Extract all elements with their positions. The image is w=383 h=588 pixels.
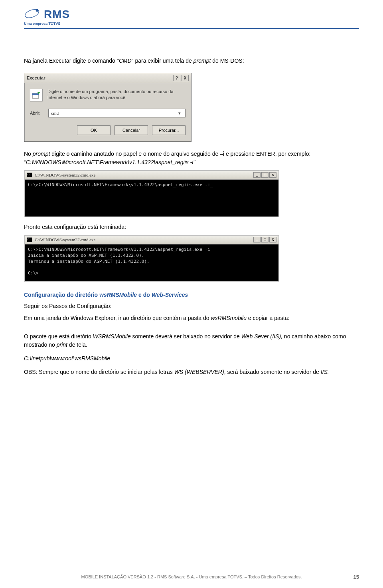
minimize-button[interactable]: _ (253, 172, 261, 178)
dropdown-icon[interactable]: ▾ (176, 111, 183, 116)
browse-button[interactable]: Procurar... (152, 125, 186, 135)
console-2-output: C:\>C:\WINDOWS\Microsoft.NET\Framework\v… (25, 244, 278, 281)
open-input-value: cmd (51, 111, 59, 115)
footer-text: MOBILE INSTALAÇÃO VERSÃO 1.2 - RMS Softw… (81, 574, 302, 579)
maximize-button[interactable]: □ (261, 237, 268, 242)
header: RMS Uma empresa TOTVS (24, 8, 359, 29)
run-dialog-title: Executar (27, 75, 45, 80)
paragraph-4: Seguir os Passos de Configuração: (24, 302, 359, 310)
logo-text: RMS (44, 8, 70, 21)
console-1-output: C:\>C:\WINDOWS\Microsoft.NET\Framework\v… (25, 180, 278, 217)
close-button[interactable]: X (269, 237, 276, 242)
paragraph-1: Na janela Executar digite o comando "CMD… (24, 57, 359, 65)
open-label: Abrir: (30, 111, 44, 115)
paragraph-3: Pronto esta configuração está terminada: (24, 223, 359, 231)
console-1-title: C:\WINDOWS\system32\cmd.exe (35, 172, 95, 178)
open-input[interactable]: cmd ▾ (48, 109, 186, 117)
console-window-2: C:\WINDOWS\system32\cmd.exe _ □ X C:\>C:… (24, 235, 279, 282)
section-title: Configuraração do diretório wsRMSMobile … (24, 292, 359, 298)
run-dialog-description: Digite o nome de um programa, pasta, doc… (47, 89, 186, 101)
console-1-titlebar: C:\WINDOWS\system32\cmd.exe _ □ X (25, 171, 278, 180)
close-button[interactable]: X (182, 75, 189, 81)
console-2-titlebar: C:\WINDOWS\system32\cmd.exe _ □ X (25, 236, 278, 244)
ok-button[interactable]: OK (77, 125, 111, 135)
paragraph-6: O pacote que está diretório WSRMSMobile … (24, 332, 359, 349)
console-2-title: C:\WINDOWS\system32\cmd.exe (35, 237, 95, 243)
svg-point-1 (36, 9, 39, 12)
page-number: 15 (353, 574, 359, 580)
cmd-icon (27, 237, 32, 242)
console-window-1: C:\WINDOWS\system32\cmd.exe _ □ X C:\>C:… (24, 170, 279, 217)
paragraph-5: Em uma janela do Windows Explorer, ir ao… (24, 314, 359, 322)
header-rule (24, 28, 359, 29)
paragraph-7: OBS: Sempre que o nome do diretório se i… (24, 368, 359, 376)
cancel-button[interactable]: Cancelar (115, 125, 148, 135)
svg-rect-3 (32, 93, 39, 95)
paragraph-2: No prompt digite o caminho anotado no pa… (24, 150, 359, 166)
path-line: C:\Inetpub\wwwroot\wsRMSMobile (24, 354, 359, 362)
run-dialog: Executar ? X Digite o nome de um program… (24, 73, 192, 142)
help-button[interactable]: ? (173, 75, 180, 81)
logo-icon (24, 8, 41, 21)
minimize-button[interactable]: _ (253, 237, 261, 242)
run-dialog-titlebar: Executar ? X (24, 73, 191, 83)
run-icon (30, 89, 43, 101)
maximize-button[interactable]: □ (261, 172, 268, 178)
cmd-icon (27, 173, 32, 177)
close-button[interactable]: X (269, 172, 276, 178)
logo-tagline: Uma empresa TOTVS (24, 22, 359, 26)
footer: MOBILE INSTALAÇÃO VERSÃO 1.2 - RMS Softw… (0, 574, 383, 579)
